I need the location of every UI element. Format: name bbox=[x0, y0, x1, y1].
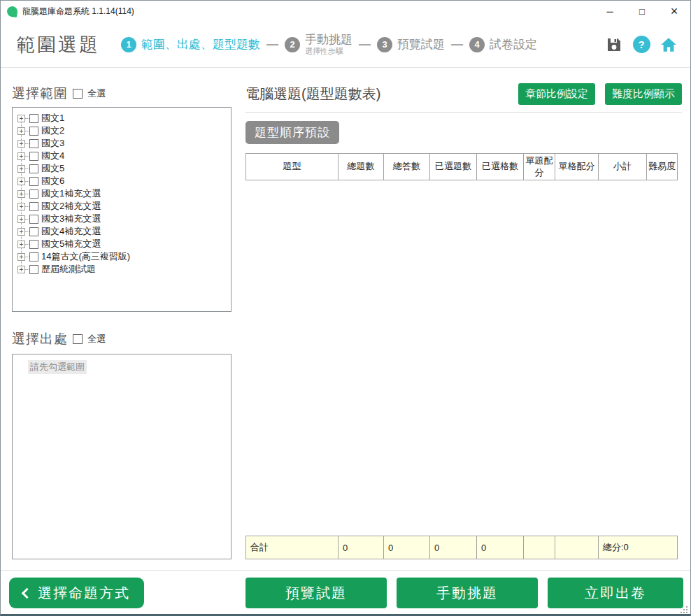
range-select-all-label[interactable]: 全選 bbox=[87, 87, 106, 100]
resize-grip-icon[interactable] bbox=[686, 612, 688, 613]
expand-icon[interactable]: + bbox=[17, 241, 25, 248]
expand-icon[interactable]: + bbox=[17, 165, 25, 173]
expand-icon[interactable]: + bbox=[17, 203, 25, 210]
step-separator: — bbox=[359, 38, 371, 52]
selected-questions-cell: 0 bbox=[430, 536, 477, 559]
tree-item[interactable]: + 14篇古文(高三複習版) bbox=[13, 250, 231, 263]
step-separator: — bbox=[266, 38, 278, 52]
tree-item-label[interactable]: 歷屆統測試題 bbox=[41, 263, 96, 275]
tree-item[interactable]: + 國文2 bbox=[13, 124, 231, 137]
tree-item-checkbox[interactable] bbox=[29, 202, 38, 211]
tree-item-checkbox[interactable] bbox=[29, 265, 38, 274]
table-header-cell: 單格配分 bbox=[555, 154, 599, 180]
tree-item-label[interactable]: 國文2 bbox=[41, 124, 64, 137]
source-select-all-label[interactable]: 全選 bbox=[87, 333, 106, 345]
tree-item-label[interactable]: 國文5 bbox=[41, 162, 64, 175]
range-tree[interactable]: + 國文1 + 國文2 bbox=[12, 107, 231, 312]
total-questions-cell: 0 bbox=[339, 536, 384, 559]
tree-item-label[interactable]: 國文6 bbox=[41, 175, 64, 187]
tree-item-checkbox[interactable] bbox=[29, 164, 38, 173]
tree-item-label[interactable]: 國文1補充文選 bbox=[41, 187, 101, 200]
tree-item[interactable]: + 國文1補充文選 bbox=[13, 187, 231, 200]
main-content: 選擇範圍 全選 + 國文1 bbox=[1, 68, 690, 570]
page-header: 範圍選題 1 範圍、出處、題型題數 — 2 手動挑題 選擇性步驟 — 3 bbox=[1, 22, 690, 68]
tree-item-checkbox[interactable] bbox=[29, 114, 38, 123]
tree-item-label[interactable]: 14篇古文(高三複習版) bbox=[41, 250, 130, 263]
tree-item-label[interactable]: 國文2補充文選 bbox=[41, 200, 101, 213]
tree-item-checkbox[interactable] bbox=[29, 177, 38, 186]
tree-item[interactable]: + 國文3 bbox=[13, 137, 231, 150]
expand-icon[interactable]: + bbox=[17, 140, 25, 148]
tree-item[interactable]: + 國文6 bbox=[13, 175, 231, 187]
tree-item[interactable]: + 國文5 bbox=[13, 162, 231, 175]
tree-item[interactable]: + 國文2補充文選 bbox=[13, 200, 231, 213]
expand-icon[interactable]: + bbox=[17, 178, 25, 185]
difficulty-ratio-button[interactable]: 難度比例顯示 bbox=[605, 83, 682, 105]
tree-item-label[interactable]: 國文3 bbox=[41, 137, 64, 150]
save-icon[interactable] bbox=[605, 36, 623, 54]
computer-selection-panel: 電腦選題(題型題數表) 章節比例設定 難度比例顯示 題型順序預設 題型總題數總答… bbox=[245, 68, 682, 570]
tree-item-checkbox[interactable] bbox=[29, 227, 38, 236]
help-icon[interactable]: ? bbox=[632, 36, 650, 54]
maximize-button[interactable]: □ bbox=[626, 1, 658, 22]
tree-item-label[interactable]: 國文3補充文選 bbox=[41, 213, 101, 225]
expand-icon[interactable]: + bbox=[17, 266, 25, 273]
range-select-all-checkbox[interactable] bbox=[73, 89, 83, 99]
tree-item[interactable]: + 國文4補充文選 bbox=[13, 225, 231, 238]
expand-icon[interactable]: + bbox=[17, 115, 25, 122]
table-header-cell: 單題配分 bbox=[524, 154, 555, 180]
panel-title: 電腦選題(題型題數表) bbox=[245, 85, 380, 103]
tree-item-label[interactable]: 國文5補充文選 bbox=[41, 238, 101, 250]
home-icon[interactable] bbox=[660, 36, 678, 54]
tree-item-checkbox[interactable] bbox=[29, 189, 38, 199]
manual-pick-button[interactable]: 手動挑題 bbox=[397, 578, 538, 608]
step-2-label: 手動挑題 bbox=[305, 33, 352, 47]
divider bbox=[245, 112, 682, 113]
back-button[interactable]: 選擇命題方式 bbox=[9, 578, 144, 608]
expand-icon[interactable]: + bbox=[17, 152, 25, 160]
step-2-number: 2 bbox=[285, 37, 300, 52]
minimize-button[interactable]: ─ bbox=[594, 1, 626, 22]
source-list[interactable]: 請先勾選範圍 bbox=[12, 354, 231, 559]
step-4-number: 4 bbox=[469, 37, 485, 52]
expand-icon[interactable]: + bbox=[17, 215, 25, 223]
table-header-cell: 難易度 bbox=[647, 154, 678, 180]
per-cell-score-cell bbox=[555, 536, 599, 559]
tree-item-checkbox[interactable] bbox=[29, 215, 38, 224]
expand-icon[interactable]: + bbox=[17, 127, 25, 135]
expand-icon[interactable]: + bbox=[17, 228, 25, 236]
expand-icon[interactable]: + bbox=[17, 253, 25, 261]
tree-item[interactable]: + 歷屆統測試題 bbox=[13, 263, 231, 275]
preview-questions-button[interactable]: 預覽試題 bbox=[245, 578, 387, 608]
back-chevron-icon bbox=[22, 587, 33, 599]
tree-item[interactable]: + 國文1 bbox=[13, 112, 231, 124]
type-order-button[interactable]: 題型順序預設 bbox=[245, 121, 339, 144]
app-window: 龍騰題庫命題系統 1.1.14(114) ─ □ × 範圍選題 1 範圍、出處、… bbox=[0, 0, 691, 616]
tree-item-label[interactable]: 國文4 bbox=[41, 150, 64, 162]
tree-item-label[interactable]: 國文1 bbox=[41, 112, 64, 124]
tree-item[interactable]: + 國文5補充文選 bbox=[13, 238, 231, 250]
source-select-all-checkbox[interactable] bbox=[73, 334, 83, 344]
question-type-table: 題型總題數總答數已選題數已選格數單題配分單格配分小計難易度 bbox=[245, 153, 678, 180]
tree-item-checkbox[interactable] bbox=[29, 127, 38, 136]
tree-item-label[interactable]: 國文4補充文選 bbox=[41, 225, 101, 238]
generate-paper-button[interactable]: 立即出卷 bbox=[548, 578, 683, 608]
tree-item[interactable]: + 國文3補充文選 bbox=[13, 213, 231, 225]
tree-item-checkbox[interactable] bbox=[29, 252, 38, 262]
chapter-ratio-button[interactable]: 章節比例設定 bbox=[518, 83, 595, 105]
close-button[interactable]: × bbox=[658, 1, 690, 22]
total-label-cell: 合計 bbox=[246, 536, 339, 559]
step-1-label: 範圍、出處、題型題數 bbox=[141, 38, 260, 52]
tree-item-checkbox[interactable] bbox=[29, 240, 38, 249]
step-4-label: 試卷設定 bbox=[490, 38, 537, 52]
table-header-cell: 小計 bbox=[599, 154, 647, 180]
step-4: 4 試卷設定 bbox=[469, 37, 537, 52]
tree-item-checkbox[interactable] bbox=[29, 139, 38, 148]
wizard-steps: 1 範圍、出處、題型題數 — 2 手動挑題 選擇性步驟 — 3 預覽試題 bbox=[121, 33, 537, 55]
tree-item[interactable]: + 國文4 bbox=[13, 150, 231, 162]
selected-cells-cell: 0 bbox=[477, 536, 524, 559]
table-header-cell: 已選格數 bbox=[477, 154, 524, 180]
expand-icon[interactable]: + bbox=[17, 190, 25, 198]
tree-item-checkbox[interactable] bbox=[29, 152, 38, 161]
range-section-title: 選擇範圍 bbox=[12, 85, 68, 103]
